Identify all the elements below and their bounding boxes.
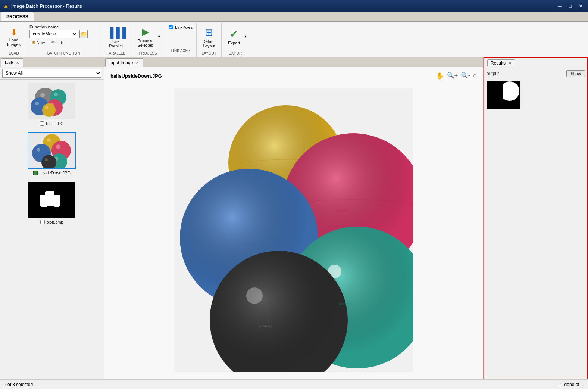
use-parallel-button[interactable]: ▐▐▐ UseParallel [104,25,128,50]
svg-point-39 [246,287,263,304]
right-panel: Results ✕ output Show [484,57,588,379]
center-tab-close[interactable]: ✕ [136,61,139,65]
list-item[interactable]: balls.JPG [2,83,101,126]
status-done-count: 1 done of 1. [561,382,584,387]
left-panel: ball\ ✕ Show All [0,57,104,379]
layout-icon: ⊞ [205,27,213,38]
svg-text:★GAIAM: ★GAIAM [243,242,257,246]
output-row: output Show [487,70,585,77]
balls-upside-svg [28,133,75,168]
new-icon: ⊕ [31,40,35,45]
ribbon-tab-row: PROCESS [0,12,588,22]
balls-jpg-thumb [28,83,76,120]
parallel-icon: ▐▐▐ [107,27,125,38]
parallel-group-label: PARALLEL [104,50,128,55]
zoom-in-tool[interactable]: 🔍+ [447,72,458,80]
svg-point-9 [42,103,56,117]
list-item[interactable]: blob.bmp [2,181,101,224]
svg-point-10 [45,106,48,109]
results-content: output Show [484,68,587,112]
blob-bmp-filename: blob.bmp [46,220,63,224]
ribbon-group-load: ⬇ LoadImages LOAD [1,23,26,57]
blob-bmp-checkbox[interactable] [40,220,45,224]
export-dropdown-arrow[interactable]: ▼ [243,25,248,49]
balls-jpg-svg [28,83,75,119]
tab-process[interactable]: PROCESS [1,12,34,21]
batch-function-group-label: BATCH FUNCTION [29,50,98,55]
default-layout-button[interactable]: ⊞ DefaultLayout [200,25,218,50]
maximize-button[interactable]: □ [566,2,575,10]
new-label: New [37,40,45,45]
show-all-select[interactable]: Show All [2,69,101,78]
zoom-out-tool[interactable]: 🔍- [461,72,470,80]
process-selected-button[interactable]: ▶ ProcessSelected [134,25,156,49]
link-axes-checkbox[interactable] [169,25,173,29]
balls-jpg-label-row: balls.JPG [40,121,63,126]
function-name-select[interactable]: createMask [29,30,78,38]
link-axes-checkbox-row[interactable]: Link Axes [169,25,193,29]
app-icon: ▲ [3,3,9,9]
ribbon-group-process: ▶ ProcessSelected ▼ PROCESS [131,23,165,57]
svg-point-15 [56,144,60,149]
image-filename-title: ballsUpsideDown.JPG [110,73,162,79]
process-selected-splitbutton: ▶ ProcessSelected ▼ [134,25,162,49]
link-axes-label: Link Axes [175,25,193,29]
show-output-button[interactable]: Show [566,70,585,77]
minimize-button[interactable]: ─ [555,2,564,10]
status-selected-count: 1 of 3 selected [4,382,33,387]
svg-point-17 [37,148,40,152]
blob-bmp-label-row: blob.bmp [40,220,63,224]
new-function-button[interactable]: ⊕ New [29,39,47,46]
center-tab-label: Input Image [109,60,133,65]
browse-function-button[interactable]: 📁 [79,30,88,38]
image-tools: ✋ 🔍+ 🔍- ⌂ [436,72,477,80]
balls-jpg-checkbox[interactable] [40,121,44,126]
svg-text:★GAIAM: ★GAIAM [338,302,353,306]
balls-upside-label-row: ...sideDown.JPG [33,171,71,175]
blob-bmp-svg [28,182,75,218]
export-button[interactable]: ✔ Export [225,25,243,49]
close-button[interactable]: ✕ [576,2,585,10]
load-group-label: LOAD [4,50,23,55]
svg-rect-25 [41,204,47,207]
load-images-button[interactable]: ⬇ LoadImages [4,25,23,50]
load-icon: ⬇ [10,28,18,37]
ribbon-group-link-axes: Link Axes LINK AXES [165,23,197,57]
link-axes-group-label: LINK AXES [169,47,193,53]
svg-point-6 [35,102,39,105]
content-wrapper: 💾 ↩ ↪ ⬜ ⬛ ⟳ ? ▾ PROCESS ⬇ LoadImages LOA… [0,12,588,389]
export-group-label: EXPORT [225,50,248,55]
process-group-label: PROCESS [134,50,162,55]
process-dropdown-arrow[interactable]: ▼ [156,25,162,49]
output-label: output [487,71,499,76]
list-item[interactable]: ...sideDown.JPG [2,132,101,175]
left-panel-tab-ball[interactable]: ball\ ✕ [1,58,23,67]
svg-point-13 [47,138,51,142]
edit-icon: ✏ [51,40,56,45]
export-splitbutton: ✔ Export ▼ [225,25,248,49]
default-layout-label: DefaultLayout [203,39,216,48]
function-sub-row: ⊕ New ✏ Edit [29,39,98,46]
fit-tool[interactable]: ⌂ [473,72,477,80]
center-tab-input-image[interactable]: Input Image ✕ [105,58,143,67]
mask-thumbnail[interactable] [487,81,520,109]
image-view: ballsUpsideDown.JPG ✋ 🔍+ 🔍- ⌂ [104,67,483,379]
results-tab-close[interactable]: ✕ [509,61,512,65]
title-bar-controls: ─ □ ✕ [555,2,585,10]
pan-tool[interactable]: ✋ [436,72,444,80]
process-icon: ▶ [142,26,149,38]
svg-text:★GAIAM: ★GAIAM [258,324,272,328]
svg-text:★GAIAM: ★GAIAM [335,209,349,212]
svg-point-2 [40,93,45,97]
process-selected-label: ProcessSelected [137,38,153,47]
results-tab[interactable]: Results ✕ [487,59,515,66]
title-bar-left: ▲ Image Batch Processor - Results [3,3,82,9]
edit-function-button[interactable]: ✏ Edit [50,39,66,46]
export-label: Export [228,41,240,45]
left-tab-close[interactable]: ✕ [16,61,19,65]
use-parallel-label: UseParallel [109,39,123,48]
ribbon-group-batch-function: Function name createMask 📁 ⊕ New ✏ Edit [26,23,101,57]
svg-point-21 [45,158,48,161]
ribbon-container: 💾 ↩ ↪ ⬜ ⬛ ⟳ ? ▾ PROCESS ⬇ LoadImages LOA… [0,12,588,57]
main-image-container: ★GAIAM ★GAIAM ★GAIAM ★GAIAM [104,81,483,379]
